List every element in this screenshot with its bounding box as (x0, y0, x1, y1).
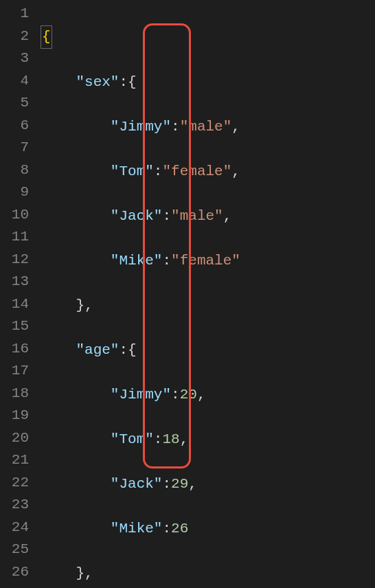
code-line: "Jack":29, (41, 473, 240, 496)
line-number: 22 (7, 472, 29, 495)
line-number: 9 (7, 181, 29, 204)
line-number: 20 (7, 427, 29, 450)
code-line: "Mike":"female" (41, 250, 240, 273)
line-number: 8 (7, 159, 29, 182)
line-number: 2 (7, 25, 29, 48)
line-number: 18 (7, 383, 29, 405)
line-number: 3 (7, 47, 29, 70)
code-line: "Jack":"male", (41, 205, 240, 228)
line-number: 6 (7, 115, 29, 137)
line-number: 11 (7, 226, 29, 249)
line-number: 17 (7, 360, 29, 383)
line-number: 15 (7, 315, 29, 338)
line-number: 1 (7, 3, 29, 25)
line-number: 25 (7, 539, 29, 561)
line-number: 24 (7, 517, 29, 539)
line-number-gutter: 1 2 3 4 5 6 7 8 9 10 11 12 13 14 15 16 1… (0, 0, 41, 588)
line-number: 12 (7, 249, 29, 271)
line-number: 21 (7, 449, 29, 472)
line-number: 4 (7, 70, 29, 93)
code-line: "Jimmy":"male", (41, 116, 240, 139)
line-number: 7 (7, 137, 29, 159)
code-line: "Tom":"female", (41, 161, 240, 183)
code-line: "sex":{ (41, 71, 240, 94)
code-line: "Tom":18, (41, 429, 240, 451)
code-editor[interactable]: 1 2 3 4 5 6 7 8 9 10 11 12 13 14 15 16 1… (0, 0, 375, 588)
code-line: "Mike":26 (41, 518, 240, 541)
code-line: }, (41, 563, 240, 585)
line-number: 5 (7, 92, 29, 115)
code-line: "age":{ (41, 339, 240, 362)
code-line: { (41, 25, 240, 49)
line-number: 26 (7, 561, 29, 584)
line-number: 13 (7, 271, 29, 293)
line-number: 19 (7, 405, 29, 427)
code-content[interactable]: { "sex":{ "Jimmy":"male", "Tom":"female"… (41, 0, 240, 588)
line-number: 16 (7, 338, 29, 361)
line-number: 23 (7, 494, 29, 517)
code-line: }, (41, 295, 240, 317)
line-number: 10 (7, 204, 29, 227)
line-number: 14 (7, 293, 29, 316)
code-line: "Jimmy":20, (41, 384, 240, 407)
